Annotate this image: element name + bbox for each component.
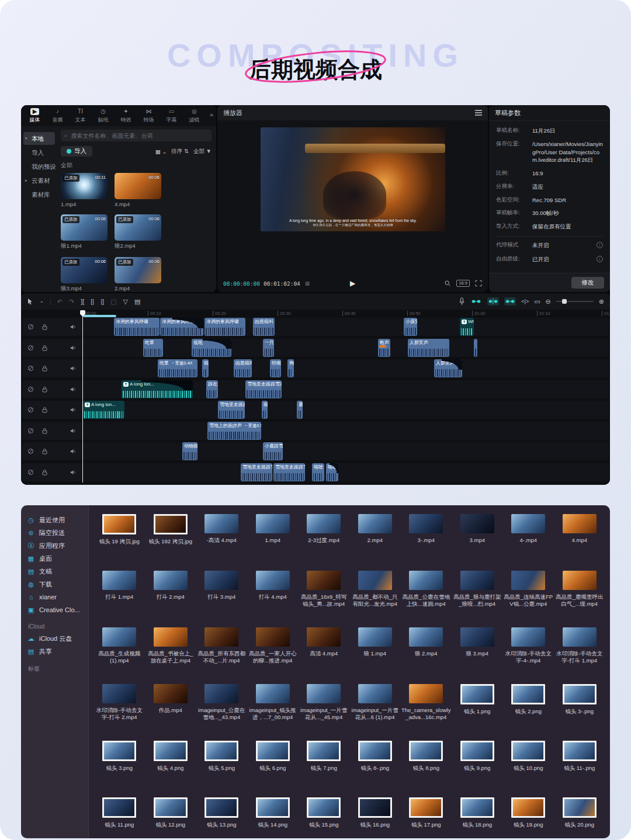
timeline-clip[interactable]: 咯吱 [312,463,324,481]
hide-track-icon[interactable] [27,324,34,330]
playhead[interactable] [82,310,83,483]
tabs-more-icon[interactable]: » [210,111,213,118]
media-item[interactable]: 已添加00:06狼1.mp4 [61,214,108,250]
file-item[interactable]: -高清 4.mp4 [197,510,247,567]
mute-track-icon[interactable] [70,407,77,413]
file-item[interactable]: 镜头 192 拷贝.jpg [146,510,196,567]
info-icon[interactable]: i [597,256,603,262]
timeline-clip[interactable]: 咯吱.. [326,463,338,481]
player-menu-icon[interactable] [475,112,482,113]
search-bar[interactable]: ⌕ [61,130,212,141]
timeline-clip[interactable]: 雪地上的跑步声变速0.5 [207,422,261,440]
file-item[interactable]: 高品质_16x9_特写镜头_男...故.mp4 [299,567,349,623]
timeline-clip[interactable]: 一只 [263,339,274,357]
timeline-clip[interactable]: 吃草变速0.4X [158,359,197,377]
file-item[interactable]: 高品质_所有东西都不动_...片.mp4 [197,623,247,680]
timeline-clip[interactable]: 踩在 [206,380,218,398]
timeline-clip[interactable]: 雪地里走路踩雪声 [245,380,282,398]
record-voiceover-icon[interactable] [459,297,465,306]
file-item[interactable]: 镜头 3-.png [555,680,605,737]
tab-effects[interactable]: ✦特效 [115,108,137,124]
sidebar-item-home[interactable]: ⌂xianer [27,591,82,603]
file-item[interactable]: 镜头 14.png [248,793,298,838]
sidebar-item-airdrop[interactable]: ⊚隔空投送 [27,526,82,539]
timeline-clip[interactable]: 冷冽的寒风呼啸 [204,318,245,336]
timeline-ruler[interactable]: 00:0000:1000:2000:3000:4000:5001:0001:10… [82,310,610,318]
file-item[interactable]: 镜头 19.png [504,793,553,838]
timeline-clip[interactable]: 鹿 [297,401,303,419]
lock-track-icon[interactable] [41,386,48,393]
trim-left-icon[interactable]: [| [91,298,94,305]
tab-audio[interactable]: ♪音频 [46,108,69,124]
hide-track-icon[interactable] [27,407,34,413]
sidebar-item-cloud[interactable]: ▸云素材 [23,174,55,187]
zoom-out-icon[interactable]: ⊖ [546,298,551,305]
file-item[interactable]: 镜头 13.png [197,793,247,838]
file-item[interactable]: 水印消除-手动去文字-打斗 1.mp4 [555,623,605,680]
file-item[interactable]: 作品.mp4 [146,680,196,737]
frame-grid-icon[interactable]: ▦ [305,280,310,286]
timeline-zoom-slider[interactable] [556,301,594,302]
file-item[interactable]: 打斗 1.mp4 [95,567,144,623]
timeline-clip[interactable]: 人群笑声 [408,339,449,357]
filter-button[interactable]: 全部 ▼ [193,148,212,155]
file-item[interactable]: 4-.mp4 [504,510,553,567]
file-item[interactable]: 高品质_生成视频(1).mp4 [95,623,144,680]
lock-track-icon[interactable] [41,345,48,351]
link-clips-icon[interactable] [470,297,482,306]
tab-captions[interactable]: ▭字幕 [160,108,183,124]
timeline-clip[interactable]: 动物狼叫 [182,442,197,460]
file-item[interactable]: 镜头 6.png [248,737,298,793]
export-frame-icon[interactable]: ▤ [134,298,140,305]
sidebar-item-documents[interactable]: ▤文稿 [27,565,82,578]
file-item[interactable]: 高清 4.mp4 [299,623,349,680]
file-item[interactable]: 镜头 10.png [504,737,553,793]
lock-track-icon[interactable] [41,469,48,475]
modify-button[interactable]: 修改 [571,277,604,289]
fullscreen-icon[interactable] [475,280,482,287]
file-item[interactable]: 狼 3.mp4 [453,623,502,680]
aspect-ratio-button[interactable]: 16:9 [456,280,470,287]
timeline-clip[interactable]: 狼 [262,401,268,419]
lock-track-icon[interactable] [41,448,48,454]
chevron-down-icon[interactable]: ⌄ [40,299,44,304]
file-item[interactable]: 2.mp4 [351,510,400,567]
timeline-clip[interactable]: 凶恶狼叫 [253,318,275,336]
timeline-clip[interactable]: 雪地里走路踩雪 [218,401,245,419]
file-item[interactable]: 3.mp4 [453,510,502,567]
file-item[interactable]: imageinput_一片雪花从..._45.mp4 [299,680,349,737]
file-item[interactable]: 打斗 4.mp4 [248,567,298,623]
file-item[interactable]: 高品质_书被合上_放在桌子上.mp4 [146,623,196,680]
file-item[interactable]: 镜头 2.png [504,680,553,737]
timeline-clip[interactable]: 狗 [287,359,294,377]
tab-filters[interactable]: ◎滤镜 [183,108,206,124]
file-item[interactable]: 水印消除-手动去文字-打斗 2.mp4 [95,680,144,737]
file-item[interactable]: 镜头 4.png [146,737,196,793]
media-item[interactable]: 已添加00:06狼3.mp4 [61,257,108,292]
timeline-clip[interactable]: 吵闹 [270,359,281,377]
mute-track-icon[interactable] [70,386,77,393]
timeline-clip[interactable]: 吃草 [143,339,163,357]
auto-link-icon[interactable] [504,297,516,306]
file-item[interactable]: 水印消除-手动去文字-4-.mp4 [504,623,553,680]
sidebar-item-import[interactable]: 导入 [23,146,55,159]
timeline-clip[interactable]: 凶恶狼叫 [234,359,252,377]
file-item[interactable]: 2-3过度.mp4 [299,510,349,567]
mute-track-icon[interactable] [70,448,77,454]
trim-right-icon[interactable]: |] [100,298,104,305]
file-item[interactable]: 镜头 7.png [299,737,349,793]
media-item[interactable]: 00:064.mp4 [115,173,161,207]
timeline-clip[interactable]: 人群笑声 [434,359,462,377]
zoom-slider-knob[interactable] [562,299,567,304]
file-item[interactable]: 镜头 5.png [197,737,247,793]
file-item[interactable]: 镜头 11-.png [555,737,605,793]
timeline-clip[interactable]: 冷冽的寒风呼啸 [160,318,203,336]
hide-track-icon[interactable] [27,345,34,351]
sidebar-item-creative-cloud[interactable]: ▣Creative Clo... [27,603,82,616]
file-item[interactable]: 镜头 18.png [453,793,502,838]
timeline-clip[interactable]: 雪地里走路踩雪声 [241,463,272,481]
file-item[interactable]: 狼 1.mp4 [351,623,400,680]
search-input[interactable] [70,132,208,140]
hide-track-icon[interactable] [27,428,34,434]
file-item[interactable]: 打斗 3.mp4 [197,567,247,623]
